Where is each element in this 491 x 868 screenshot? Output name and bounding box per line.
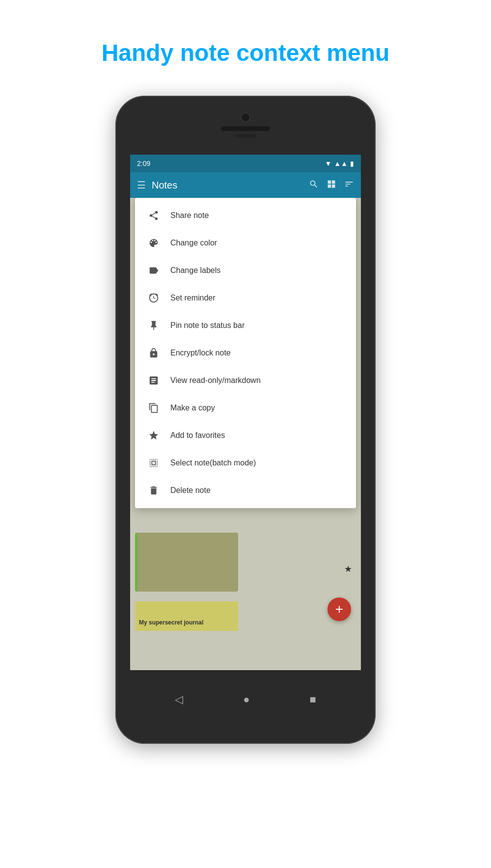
wifi-icon: ▼ — [325, 160, 331, 167]
article-icon — [147, 374, 161, 387]
menu-item-share-note[interactable]: Share note — [135, 202, 356, 229]
menu-item-label-share-note: Share note — [170, 211, 209, 220]
nav-bar: ◁ ● ■ — [115, 670, 376, 729]
menu-item-label-add-favorites: Add to favorites — [170, 431, 225, 440]
label-icon — [147, 264, 161, 277]
palette-icon — [147, 236, 161, 250]
fab-add-button[interactable]: + — [327, 597, 351, 621]
menu-item-make-copy[interactable]: Make a copy — [135, 394, 356, 422]
camera-cutout — [241, 112, 250, 122]
context-menu: Share noteChange colorChange labelsSet r… — [135, 198, 356, 508]
status-time: 2:09 — [137, 160, 150, 167]
menu-item-label-change-labels: Change labels — [170, 266, 220, 275]
note-card-bottom — [135, 533, 238, 592]
menu-item-label-make-copy: Make a copy — [170, 404, 215, 412]
menu-item-label-delete-note: Delete note — [170, 486, 211, 495]
menu-item-add-favorites[interactable]: Add to favorites — [135, 422, 356, 449]
menu-item-label-view-readonly: View read-only/markdown — [170, 376, 261, 385]
note-card-bottom2 — [135, 601, 238, 631]
menu-item-view-readonly[interactable]: View read-only/markdown — [135, 367, 356, 394]
notes-background: ★ ★ My supersecret journal Share noteCha… — [130, 198, 361, 670]
alarm-add-icon — [147, 291, 161, 305]
recents-button[interactable]: ■ — [310, 693, 316, 706]
status-icons: ▼ ▲▲ ▮ — [325, 160, 354, 167]
push-pin-icon — [147, 319, 161, 332]
note-preview-text: My supersecret journal — [139, 619, 203, 626]
share-icon — [147, 209, 161, 222]
menu-item-label-encrypt-note: Encrypt/lock note — [170, 349, 231, 357]
page-title: Handy note context menu — [82, 39, 409, 66]
menu-item-label-select-batch: Select note(batch mode) — [170, 459, 256, 467]
phone-top-bezel — [115, 96, 376, 155]
menu-item-delete-note[interactable]: Delete note — [135, 477, 356, 504]
menu-item-change-color[interactable]: Change color — [135, 229, 356, 257]
speaker-grille — [221, 126, 270, 131]
menu-icon[interactable]: ☰ — [137, 179, 146, 191]
menu-item-set-reminder[interactable]: Set reminder — [135, 284, 356, 312]
select-all-icon — [147, 456, 161, 470]
toolbar-actions — [309, 179, 354, 191]
menu-item-label-pin-note: Pin note to status bar — [170, 321, 245, 330]
home-button[interactable]: ● — [243, 693, 249, 706]
copy-icon — [147, 401, 161, 415]
grid-view-icon[interactable] — [327, 179, 336, 191]
phone-screen: 2:09 ▼ ▲▲ ▮ ☰ Notes — [130, 155, 361, 670]
lock-icon — [147, 346, 161, 360]
delete-icon — [147, 484, 161, 497]
star-icon — [147, 429, 161, 442]
phone-shell: 2:09 ▼ ▲▲ ▮ ☰ Notes — [115, 96, 376, 744]
menu-item-encrypt-note[interactable]: Encrypt/lock note — [135, 339, 356, 367]
toolbar-title: Notes — [152, 180, 303, 191]
status-bar: 2:09 ▼ ▲▲ ▮ — [130, 155, 361, 172]
menu-item-label-change-color: Change color — [170, 239, 217, 247]
battery-icon: ▮ — [350, 160, 354, 167]
menu-item-label-set-reminder: Set reminder — [170, 294, 216, 302]
filter-icon[interactable] — [344, 179, 354, 191]
search-icon[interactable] — [309, 179, 319, 191]
sensor-bar — [236, 134, 255, 138]
signal-icon: ▲▲ — [334, 160, 348, 167]
menu-item-select-batch[interactable]: Select note(batch mode) — [135, 449, 356, 477]
back-button[interactable]: ◁ — [175, 693, 183, 706]
menu-item-change-labels[interactable]: Change labels — [135, 257, 356, 284]
menu-item-pin-note[interactable]: Pin note to status bar — [135, 312, 356, 339]
star-icon-2: ★ — [344, 564, 352, 574]
app-toolbar: ☰ Notes — [130, 172, 361, 198]
